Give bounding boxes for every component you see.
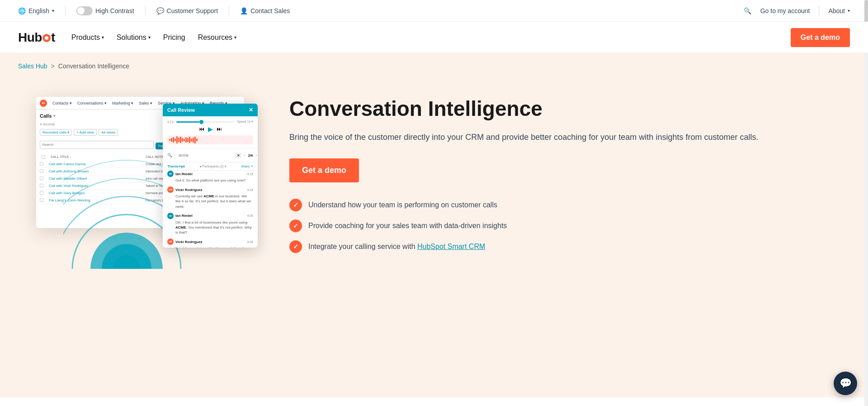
mockup-nav-contacts: Contacts ▾ (52, 101, 72, 105)
entry-text: Got it. So what platform are you using n… (167, 178, 253, 183)
rewind-icon[interactable]: ⏮ (199, 126, 204, 132)
chevron-down-icon: ▾ (102, 35, 104, 40)
about-menu[interactable]: About ▾ (828, 7, 850, 14)
transcript-entry: IR Ian Riedel 4:20 OK. I find a lot of b… (167, 213, 253, 235)
breadcrumb: Sales Hub > Conversation Intelligence (0, 53, 868, 79)
search-result-count: 2/6 (248, 153, 253, 158)
language-selector[interactable]: 🌐 English ▾ (18, 7, 54, 14)
products-label: Products (71, 33, 100, 42)
wave-bar (176, 136, 178, 143)
feature-link[interactable]: HubSpot Smart CRM (417, 243, 485, 250)
feature-item: ✓ Provide coaching for your sales team w… (289, 220, 841, 232)
wave-bar (189, 137, 190, 143)
breadcrumb-separator: > (51, 62, 55, 70)
speaker-name: Vicki Rodriguez (175, 240, 203, 244)
transcript-entry: VR Vicki Rodriguez 4:14 Currently we use… (167, 186, 253, 209)
call-review-title: Call Review (167, 107, 195, 113)
row-checkbox[interactable] (40, 198, 43, 202)
language-label: English (28, 7, 49, 14)
transcript-speaker: VR Vicki Rodriguez 4:26 (167, 239, 253, 245)
audio-controls: ⏮ ▶ ⏭ (167, 125, 253, 133)
nav-items: Products ▾ Solutions ▾ Pricing Resources… (71, 33, 236, 42)
audio-timeline: 4:13 Speed 1x ▾ (167, 120, 253, 124)
chat-bubble[interactable]: 💬 (834, 372, 857, 395)
search-nav-prev[interactable]: ‹ (244, 153, 245, 158)
entry-time: 4:26 (247, 240, 253, 244)
entry-time: 4:14 (247, 188, 253, 191)
feature-text: Integrate your calling service with HubS… (308, 243, 485, 251)
customer-support-link[interactable]: 💬 Customer Support (156, 7, 218, 14)
mockup-recorded-calls-btn[interactable]: Recorded calls ▾ (40, 129, 72, 136)
customer-support-label: Customer Support (167, 7, 218, 14)
hero-body: ✦✦ ✦✦ H Contacts ▾ Conversations ▾ Marke… (0, 79, 868, 253)
toggle-switch[interactable] (76, 6, 93, 15)
row-checkbox[interactable] (40, 169, 43, 173)
audio-time-speed: Speed 1x ▾ (237, 120, 253, 124)
mockup-nav-sales: Sales ▾ (139, 101, 152, 105)
hero-cta-button[interactable]: Get a demo (289, 158, 359, 182)
resources-label: Resources (198, 33, 232, 42)
scrollbar-track[interactable] (864, 0, 868, 397)
play-icon[interactable]: ▶ (208, 125, 213, 133)
speaker-avatar: IR (167, 171, 174, 177)
search-nav-next[interactable]: › (256, 153, 257, 158)
go-to-account-link[interactable]: Go to my account (760, 7, 810, 14)
entry-text: OK. I find a lot of businesses like your… (167, 220, 253, 235)
check-icon: ✓ (289, 220, 302, 232)
feature-text: Understand how your team is performing o… (308, 201, 497, 209)
mockup-add-view-btn[interactable]: + Add view (74, 129, 97, 136)
person-icon: 👤 (240, 7, 248, 14)
hero-section: Sales Hub > Conversation Intelligence ✦✦… (0, 53, 868, 397)
wave-bar (193, 138, 194, 143)
speaker-avatar: VR (167, 186, 174, 193)
nav-products[interactable]: Products ▾ (71, 33, 104, 42)
search-button[interactable]: 🔍 (744, 7, 751, 14)
clear-search-icon[interactable]: ✕ (236, 153, 241, 158)
top-bar-left: 🌐 English ▾ High Contrast 💬 Customer Sup… (18, 6, 290, 15)
contact-sales-link[interactable]: 👤 Contact Sales (240, 7, 290, 14)
call-review-header: Call Review ✕ (163, 104, 258, 116)
divider (819, 6, 819, 15)
forward-icon[interactable]: ⏭ (217, 126, 222, 132)
hubspot-logo[interactable]: Hub t (18, 30, 55, 45)
go-to-account-label: Go to my account (760, 7, 810, 14)
top-bar-right: 🔍 Go to my account About ▾ (744, 6, 850, 15)
wave-bar (175, 139, 176, 141)
nav-pricing[interactable]: Pricing (163, 33, 185, 42)
transcript-search-input[interactable] (174, 151, 234, 160)
feature-item: ✓ Integrate your calling service with Hu… (289, 240, 841, 253)
wave-bar (180, 137, 181, 143)
row-checkbox[interactable] (40, 177, 43, 180)
hero-description: Bring the voice of the customer directly… (289, 131, 841, 144)
get-demo-button[interactable]: Get a demo (791, 28, 850, 47)
chevron-down-icon: ▾ (234, 35, 236, 40)
wave-bar (185, 137, 187, 143)
audio-progress-bar[interactable] (176, 121, 235, 123)
entry-text: Currently we use ACME in our business. W… (167, 194, 253, 209)
chevron-down-icon: ▾ (848, 8, 850, 13)
logo-icon (42, 34, 51, 42)
hero-image-area: ✦✦ ✦✦ H Contacts ▾ Conversations ▾ Marke… (27, 88, 262, 242)
wave-bar (196, 139, 198, 141)
nav-solutions[interactable]: Solutions ▾ (117, 33, 151, 42)
nav-resources[interactable]: Resources ▾ (198, 33, 236, 42)
audio-progress-fill (176, 121, 200, 123)
svg-point-1 (45, 36, 48, 40)
row-checkbox[interactable] (40, 184, 43, 187)
wave-bar (184, 139, 185, 141)
mockup-header-checkbox[interactable] (42, 155, 45, 159)
transcript-search: 🔍 ✕ ‹ 2/6 › (163, 148, 258, 162)
mockup-all-views-btn[interactable]: All views (99, 129, 118, 136)
row-checkbox[interactable] (40, 162, 43, 166)
about-label: About (828, 7, 845, 14)
entry-text: I could go on for a while. How much time… (167, 246, 253, 248)
close-icon[interactable]: ✕ (249, 107, 253, 113)
high-contrast-toggle[interactable]: High Contrast (76, 6, 134, 15)
wave-bar (171, 138, 172, 142)
transcript-entry: IR Ian Riedel 4:13 Got it. So what platf… (167, 171, 253, 183)
check-icon: ✓ (289, 240, 302, 253)
breadcrumb-parent-link[interactable]: Sales Hub (18, 62, 47, 70)
speaker-avatar: IR (167, 213, 174, 219)
row-checkbox[interactable] (40, 191, 43, 195)
share-label[interactable]: Share ↗ (241, 165, 253, 168)
